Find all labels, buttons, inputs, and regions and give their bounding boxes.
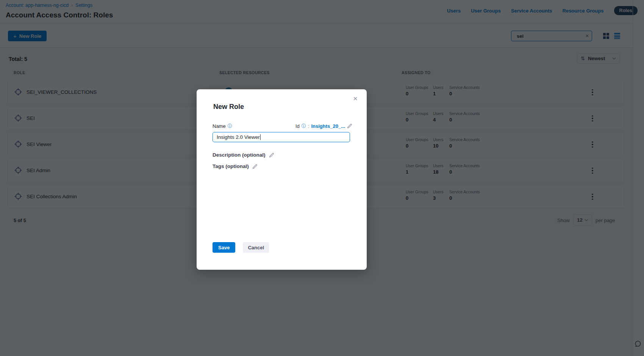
role-id-value[interactable]: Insights_20_... xyxy=(311,123,345,129)
edit-description-pencil-icon[interactable] xyxy=(269,152,274,158)
close-icon[interactable]: ✕ xyxy=(351,95,360,103)
role-name-value: Insights 2.0 Viewer xyxy=(217,134,260,140)
role-name-input[interactable]: Insights 2.0 Viewer xyxy=(213,132,350,142)
edit-tags-pencil-icon[interactable] xyxy=(252,164,258,169)
new-role-modal: ✕ New Role Name ⓘ Id ⓘ : Insights_20_...… xyxy=(197,89,367,270)
info-icon[interactable]: ⓘ xyxy=(302,124,306,128)
id-colon: : xyxy=(308,123,309,129)
info-icon[interactable]: ⓘ xyxy=(228,124,232,128)
description-label: Description (optional) xyxy=(213,152,266,158)
cancel-button[interactable]: Cancel xyxy=(243,242,269,253)
name-label: Name xyxy=(213,123,226,129)
modal-title: New Role xyxy=(213,103,244,111)
id-label: Id xyxy=(295,123,300,129)
edit-id-pencil-icon[interactable] xyxy=(347,123,352,129)
tags-label: Tags (optional) xyxy=(213,163,249,169)
save-button[interactable]: Save xyxy=(213,242,235,253)
text-caret xyxy=(260,134,261,140)
